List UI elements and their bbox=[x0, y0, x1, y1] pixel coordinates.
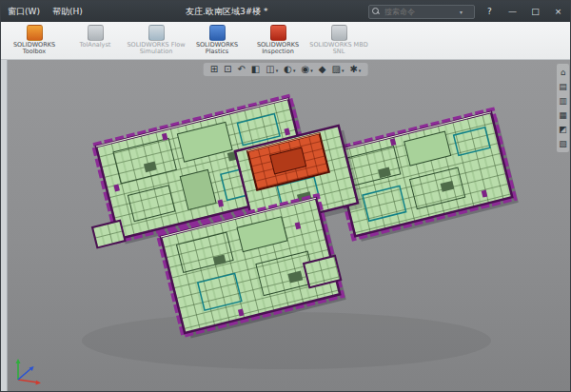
toolbox-icon bbox=[27, 25, 43, 41]
plastics-label: SOLIDWORKS Plastics bbox=[187, 42, 246, 56]
tolanalyst-button[interactable]: TolAnalyst bbox=[66, 24, 125, 49]
mbd-snl-label: SOLIDWORKS MBD SNL bbox=[309, 42, 368, 56]
chevron-down-icon: ▾ bbox=[293, 66, 296, 75]
view-settings-icon[interactable]: ✱ ▾ bbox=[349, 64, 361, 75]
hide-show-items-icon[interactable]: ◉ ▾ bbox=[302, 64, 313, 75]
view-palette-icon[interactable]: ▦ bbox=[559, 110, 567, 120]
plastics-button[interactable]: SOLIDWORKS Plastics bbox=[187, 24, 246, 57]
tolanalyst-icon bbox=[88, 25, 104, 41]
display-style-icon[interactable]: ◐ ▾ bbox=[284, 64, 295, 75]
solidworks-window: 窗口(W) 帮助(H) 友庄.欧南区域3#楼 * ▾ ? — □ × SOLID… bbox=[0, 0, 571, 392]
inspection-button[interactable]: SOLIDWORKS Inspection bbox=[248, 24, 307, 57]
apply-scene-icon[interactable]: ▨ ▾ bbox=[331, 64, 344, 75]
previous-view-glyph: ↶ bbox=[237, 64, 245, 75]
search-icon[interactable] bbox=[372, 8, 380, 15]
menu-item-window[interactable]: 窗口(W) bbox=[5, 5, 43, 19]
file-explorer-icon[interactable]: ▥ bbox=[559, 96, 567, 106]
addins-toolbar: SOLIDWORKS Toolbox TolAnalyst SOLIDWORKS… bbox=[1, 22, 570, 60]
close-button[interactable]: × bbox=[550, 7, 566, 16]
hide-show-items-glyph: ◉ bbox=[302, 64, 310, 75]
previous-view-icon[interactable]: ↶ bbox=[237, 64, 245, 75]
zoom-area-icon[interactable]: ⊡ bbox=[224, 64, 231, 75]
display-style-glyph: ◐ bbox=[284, 64, 292, 75]
view-orientation-glyph: ◫ bbox=[266, 64, 274, 75]
feature-panel-splitter[interactable] bbox=[1, 60, 8, 391]
apply-scene-glyph: ▨ bbox=[331, 64, 340, 75]
search-chevron-down-icon[interactable]: ▾ bbox=[460, 9, 463, 15]
appearances-icon[interactable]: ◩ bbox=[559, 125, 567, 134]
graphics-viewport[interactable]: ⊞ ⊡ ↶ ◧ ◫ ▾ ◐ ▾ ◉ ▾ ◆ bbox=[1, 60, 570, 391]
custom-properties-icon[interactable]: ▧ bbox=[559, 139, 567, 148]
home-icon[interactable]: ⌂ bbox=[561, 68, 566, 77]
search-input[interactable] bbox=[383, 7, 457, 17]
zoom-fit-icon[interactable]: ⊞ bbox=[210, 64, 218, 75]
document-title: 友庄.欧南区域3#楼 * bbox=[92, 6, 362, 18]
design-library-icon[interactable]: ▤ bbox=[559, 82, 567, 91]
plastics-icon bbox=[209, 25, 226, 41]
flow-simulation-button[interactable]: SOLIDWORKS Flow Simulation bbox=[127, 24, 186, 57]
maximize-button[interactable]: □ bbox=[527, 7, 543, 16]
mbd-snl-icon bbox=[331, 25, 347, 41]
section-view-glyph: ◧ bbox=[251, 64, 260, 75]
headsup-view-toolbar: ⊞ ⊡ ↶ ◧ ◫ ▾ ◐ ▾ ◉ ▾ ◆ bbox=[204, 63, 368, 76]
formwork-3d-model[interactable] bbox=[1, 60, 571, 392]
chevron-down-icon: ▾ bbox=[359, 66, 362, 75]
chevron-down-icon: ▾ bbox=[310, 66, 313, 75]
task-pane-tabs: ⌂ ▤ ▥ ▦ ◩ ▧ bbox=[557, 64, 569, 152]
menu-item-help[interactable]: 帮助(H) bbox=[49, 5, 86, 19]
chevron-down-icon: ▾ bbox=[276, 66, 279, 75]
help-button[interactable]: ? bbox=[482, 7, 498, 16]
toolbox-label: SOLIDWORKS Toolbox bbox=[5, 42, 64, 56]
toolbox-button[interactable]: SOLIDWORKS Toolbox bbox=[5, 24, 64, 57]
section-view-icon[interactable]: ◧ bbox=[251, 64, 260, 75]
edit-appearance-icon[interactable]: ◆ bbox=[319, 64, 326, 75]
mbd-snl-button[interactable]: SOLIDWORKS MBD SNL bbox=[309, 24, 368, 57]
view-settings-glyph: ✱ bbox=[349, 64, 357, 75]
zoom-area-glyph: ⊡ bbox=[224, 64, 231, 75]
coordinate-triad-icon bbox=[9, 355, 43, 387]
tolanalyst-label: TolAnalyst bbox=[80, 42, 111, 49]
inspection-label: SOLIDWORKS Inspection bbox=[248, 42, 307, 56]
view-orientation-icon[interactable]: ◫ ▾ bbox=[266, 64, 278, 75]
minimize-button[interactable]: — bbox=[504, 7, 521, 16]
command-search-box[interactable]: ▾ bbox=[368, 5, 475, 19]
flow-simulation-icon bbox=[148, 25, 165, 41]
flow-simulation-label: SOLIDWORKS Flow Simulation bbox=[127, 42, 186, 56]
titlebar: 窗口(W) 帮助(H) 友庄.欧南区域3#楼 * ▾ ? — □ × bbox=[1, 1, 570, 22]
inspection-icon bbox=[270, 25, 286, 41]
edit-appearance-glyph: ◆ bbox=[319, 64, 326, 75]
chevron-down-icon: ▾ bbox=[342, 66, 345, 75]
zoom-fit-glyph: ⊞ bbox=[210, 64, 218, 75]
